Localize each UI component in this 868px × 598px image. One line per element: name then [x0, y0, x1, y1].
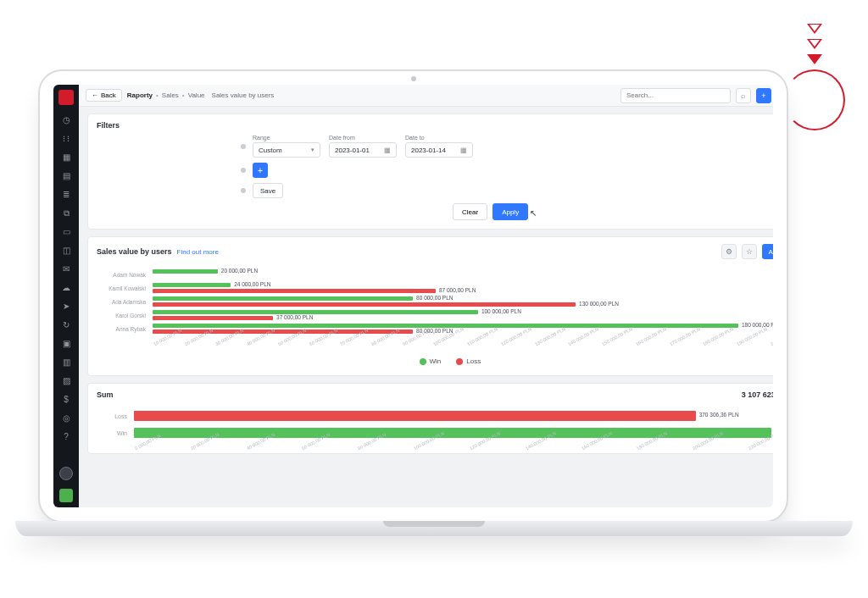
sum-chart-panel: Sum 3 107 623,01 PLN Loss370 306,36 PLNW…: [87, 383, 773, 454]
bar-value-label: 130 000,00 PLN: [579, 301, 619, 307]
crumb-leaf: Sales value by users: [212, 91, 275, 99]
date-from-input[interactable]: 2023-01-01 ▦: [329, 142, 397, 158]
date-to-input[interactable]: 2023-01-14 ▦: [405, 142, 473, 158]
loss-color-icon: [456, 358, 463, 365]
sidebar-item-calendar[interactable]: ▦: [59, 151, 73, 164]
range-label: Range: [253, 135, 320, 141]
add-filter-button[interactable]: +: [253, 163, 268, 178]
clear-button[interactable]: Clear: [453, 203, 487, 220]
date-to-value: 2023-01-14: [411, 147, 446, 154]
bar-loss: [153, 316, 273, 320]
date-from-label: Date from: [329, 135, 397, 141]
bar-value-label: 100 000,00 PLN: [481, 308, 521, 314]
sidebar-item-docs[interactable]: ▤: [59, 169, 73, 183]
sidebar-item-card[interactable]: ▣: [59, 337, 73, 351]
action-label: Action: [769, 248, 773, 256]
cursor-icon: ↖: [530, 208, 537, 220]
sidebar-item-dashboard[interactable]: ◷: [59, 114, 73, 127]
chart-favorite-button[interactable]: ☆: [742, 244, 757, 259]
laptop-base: [15, 521, 853, 536]
chart-row-label: Adam Nowak: [97, 272, 149, 278]
breadcrumb: Raporty • Sales • Value Sales value by u…: [127, 91, 275, 99]
bar-win: [153, 296, 413, 301]
sidebar-item-chat[interactable]: ✉: [59, 263, 73, 276]
bar-value-label: 37 000,00 PLN: [276, 314, 313, 320]
search-input[interactable]: [620, 88, 731, 103]
legend-win: Win: [420, 357, 442, 365]
user-avatar[interactable]: [59, 467, 73, 480]
back-label: Back: [101, 91, 116, 99]
save-label: Save: [260, 187, 275, 195]
chart-legend: Win Loss: [88, 349, 773, 375]
laptop-frame: ◷ ⫶⫶ ▦ ▤ ≣ ⧉ ▭ ◫ ✉ ☁ ➤ ↻ ▣ ▥ ▨ $ ◎: [38, 69, 788, 523]
sidebar-item-box[interactable]: ◫: [59, 244, 73, 257]
plus-icon: +: [761, 91, 765, 100]
chart-row-track: 100 000,00 PLN37 000,00 PLN: [153, 309, 773, 321]
sidebar-item-send[interactable]: ➤: [59, 300, 73, 313]
sidebar-item-report[interactable]: ▨: [59, 374, 73, 388]
bar-value-label: 80 000,00 PLN: [416, 295, 453, 301]
bar-value-label: 180 000,00 PLN: [742, 322, 773, 328]
gear-icon: ⚙: [726, 247, 732, 256]
sidebar-item-target[interactable]: ◎: [59, 412, 73, 425]
bar-value-label: 20 000,00 PLN: [221, 268, 258, 274]
apply-button[interactable]: Apply: [492, 203, 528, 220]
sum-title: Sum: [97, 390, 114, 399]
sales-value-chart-panel: Sales value by users Find out more ⚙ ☆ A…: [87, 236, 773, 376]
crumb-sales[interactable]: Sales: [162, 91, 179, 99]
range-select[interactable]: Custom ▾: [253, 142, 320, 158]
range-value: Custom: [259, 147, 282, 154]
star-icon: ☆: [746, 247, 753, 256]
date-to-label: Date to: [405, 135, 473, 141]
sidebar-item-folder[interactable]: ▭: [59, 225, 73, 239]
chevron-down-icon: ▾: [311, 147, 314, 153]
table-row: Adam Nowak20 000,00 PLN: [97, 268, 773, 281]
save-filter-button[interactable]: Save: [253, 183, 283, 198]
sum-total: 3 107 623,01 PLN: [742, 390, 773, 399]
chart-row-track: 370 306,36 PLN: [134, 410, 773, 422]
sidebar-item-device[interactable]: ▥: [59, 356, 73, 369]
add-button[interactable]: +: [756, 88, 771, 103]
chevron-right-icon: •: [182, 91, 185, 99]
sidebar-item-loop[interactable]: ↻: [59, 318, 73, 332]
win-color-icon: [420, 358, 426, 365]
sidebar-item-copy[interactable]: ⧉: [59, 207, 73, 220]
drag-handle-icon[interactable]: [241, 168, 246, 173]
back-button[interactable]: ← Back: [86, 89, 122, 102]
notifications-button[interactable]: [59, 489, 73, 502]
drag-handle-icon[interactable]: [241, 144, 246, 149]
drag-handle-icon[interactable]: [241, 188, 246, 193]
sidebar-item-money[interactable]: $: [59, 393, 73, 407]
chart-row-label: Loss: [97, 413, 131, 419]
bar-loss: [153, 329, 413, 334]
sidebar-item-analytics[interactable]: ⫶⫶: [59, 132, 73, 146]
chevron-right-icon: •: [156, 91, 159, 99]
chart-row-label: Ada Adamska: [97, 299, 149, 305]
chart-action-button[interactable]: Action ⚙: [762, 244, 773, 259]
chart-row-track: 20 000,00 PLN: [153, 269, 773, 280]
bar-loss: [153, 289, 436, 293]
sidebar-item-help[interactable]: ?: [59, 430, 73, 444]
bar-value-label: 87 000,00 PLN: [439, 287, 476, 293]
bar-win: [153, 310, 478, 314]
bar-loss: [134, 411, 696, 421]
chart-settings-button[interactable]: ⚙: [721, 244, 737, 259]
sidebar-item-list[interactable]: ≣: [59, 188, 73, 202]
sum-chart-x-axis: 0 000,00 PLN20 000,00 PLN40 000,00 PLN60…: [88, 443, 773, 453]
table-row: Loss370 306,36 PLN: [97, 407, 773, 424]
app-logo[interactable]: [58, 90, 74, 105]
chart-row-label: Win: [97, 430, 131, 436]
chart-row-track: 80 000,00 PLN130 000,00 PLN: [153, 296, 773, 307]
bar-win: [153, 269, 218, 274]
bar-win: [153, 283, 231, 287]
table-row: Ada Adamska80 000,00 PLN130 000,00 PLN: [97, 295, 773, 308]
table-row: Kamil Kowalski24 000,00 PLN87 000,00 PLN: [97, 281, 773, 295]
filters-title: Filters: [97, 121, 773, 130]
crumb-root[interactable]: Raporty: [127, 91, 153, 99]
chart-row-label: Karol Górski: [97, 313, 149, 318]
search-button[interactable]: ⌕: [736, 88, 751, 103]
find-out-more-link[interactable]: Find out more: [177, 248, 219, 256]
table-row: Anna Rybak180 000,00 PLN80 000,00 PLN: [97, 322, 773, 335]
crumb-value[interactable]: Value: [188, 91, 205, 99]
sidebar-item-cloud[interactable]: ☁: [59, 281, 73, 295]
